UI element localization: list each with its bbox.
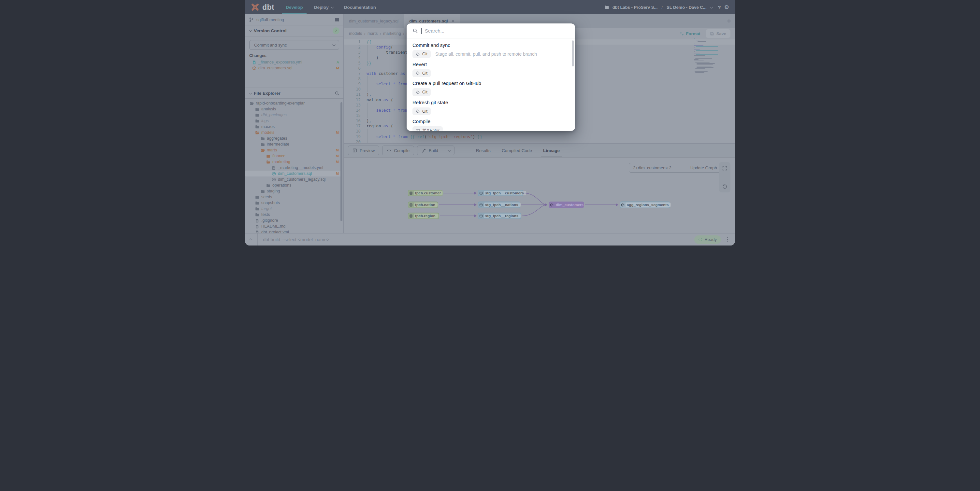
- command-item-refresh-git-state[interactable]: Refresh git stateGit: [412, 100, 569, 115]
- dbt-logo-icon: [250, 2, 260, 12]
- lineage-node-tpch.region[interactable]: tpch.region: [408, 213, 439, 219]
- command-item-compile[interactable]: Compile⌘⇧Enter: [412, 119, 569, 130]
- editor-tab-dim_customers_legacy.sql[interactable]: dim_customers_legacy.sql: [344, 14, 404, 28]
- tree-item-finance[interactable]: financeM: [245, 153, 341, 159]
- tree-item-marketing[interactable]: marketingM: [245, 159, 341, 165]
- lineage-filter-input[interactable]: [629, 163, 683, 173]
- split-divider: [443, 146, 443, 155]
- lineage-node-stg_tpch__nations[interactable]: stg_tpch__nations: [478, 202, 520, 208]
- nav-develop[interactable]: Develop: [280, 0, 309, 14]
- file-explorer-title: File Explorer: [254, 91, 332, 96]
- format-button[interactable]: Format: [679, 31, 700, 36]
- help-icon[interactable]: ?: [718, 5, 721, 10]
- build-options-chevron[interactable]: [445, 149, 450, 152]
- save-button[interactable]: Save: [706, 29, 730, 38]
- tree-item-aggregates[interactable]: aggregates: [245, 135, 341, 141]
- topbar-right: dbt Labs - ProServ S... / SL Demo - Dave…: [605, 5, 735, 10]
- reset-view-icon[interactable]: [722, 184, 727, 189]
- nav-deploy[interactable]: Deploy: [309, 0, 339, 14]
- tree-item-target[interactable]: target: [245, 206, 341, 211]
- minimap-line: [695, 72, 705, 73]
- settings-gear-icon[interactable]: ⚙: [724, 5, 729, 10]
- folder-open-icon: [266, 160, 270, 164]
- tree-item-snapshots[interactable]: snapshots: [245, 200, 341, 206]
- command-title: Commit and sync: [412, 42, 569, 48]
- tab-compiled-code[interactable]: Compiled Code: [502, 144, 532, 157]
- tab-results[interactable]: Results: [476, 144, 491, 157]
- tree-item-README.md[interactable]: README.md: [245, 223, 341, 229]
- file-explorer-header[interactable]: File Explorer: [245, 87, 344, 99]
- lineage-node-stg_tpch__customers[interactable]: stg_tpch__customers: [478, 190, 523, 196]
- format-label: Format: [686, 31, 700, 36]
- command-title: Refresh git state: [412, 100, 569, 105]
- code-line-19[interactable]: 19 select * from {{ ref('stg_tpch__regio…: [344, 134, 735, 139]
- minimap-line: [694, 48, 695, 48]
- file-search-icon[interactable]: [335, 91, 339, 96]
- tree-item-staging[interactable]: staging: [245, 188, 341, 194]
- project-chevron-down-icon[interactable]: [710, 5, 713, 8]
- fullscreen-expand-icon[interactable]: [722, 165, 727, 171]
- line-number: 9: [344, 81, 361, 87]
- editor-minimap[interactable]: [694, 38, 719, 73]
- line-number: 12: [344, 97, 361, 103]
- modal-scrollbar[interactable]: [572, 40, 574, 67]
- change-item[interactable]: dim_customers.sqlM: [245, 65, 344, 71]
- folder-icon: [255, 125, 259, 129]
- command-search-input[interactable]: [425, 28, 569, 33]
- preview-button[interactable]: Preview: [348, 146, 379, 155]
- minimap-line: [694, 51, 695, 52]
- tab-lineage[interactable]: Lineage: [543, 144, 560, 157]
- tree-item-rapid-onboarding-exemplar[interactable]: rapid-onboarding-exemplar: [245, 100, 341, 106]
- lineage-canvas[interactable]: tpch.customertpch.nationtpch.regionstg_t…: [344, 157, 735, 233]
- collapse-chevron-up-icon[interactable]: [245, 238, 258, 241]
- sidebar-scrollbar[interactable]: [340, 102, 342, 221]
- command-item-revert[interactable]: RevertGit: [412, 62, 569, 77]
- tree-item-macros[interactable]: macros: [245, 124, 341, 130]
- code-line-20[interactable]: 20: [344, 139, 735, 143]
- minimap-line: [695, 62, 710, 62]
- account-name[interactable]: dbt Labs - ProServ S...: [612, 5, 658, 10]
- version-control-chevron-icon: [249, 29, 252, 32]
- dbt-logo[interactable]: dbt: [245, 2, 280, 12]
- update-graph-button[interactable]: Update Graph: [683, 163, 725, 173]
- nav-documentation[interactable]: Documentation: [339, 0, 382, 14]
- tree-item-analysis[interactable]: analysis: [245, 106, 341, 112]
- commit-and-sync-button[interactable]: Commit and sync: [249, 40, 339, 50]
- version-control-header[interactable]: Version Control 2: [245, 25, 344, 37]
- tree-item-marts[interactable]: martsM: [245, 147, 341, 153]
- minimap-line: [696, 46, 718, 47]
- tree-item-_marketing__models.yml[interactable]: _marketing__models.yml: [245, 165, 341, 171]
- lineage-node-agg_regions_segments[interactable]: agg_regions_segments: [620, 202, 670, 208]
- project-name[interactable]: SL Demo - Dave C...: [667, 5, 706, 10]
- new-tab-plus-icon[interactable]: [726, 18, 732, 24]
- lineage-node-tpch.customer[interactable]: tpch.customer: [408, 190, 443, 196]
- lineage-node-stg_tpch__regions[interactable]: stg_tpch__regions: [478, 213, 521, 219]
- tree-item-tests[interactable]: tests: [245, 211, 341, 218]
- cube-icon: [478, 202, 484, 208]
- tree-item-dim_customers.sql[interactable]: dim_customers.sqlM: [245, 171, 341, 176]
- folder-icon: [255, 195, 259, 199]
- lineage-node-tpch.nation[interactable]: tpch.nation: [408, 202, 438, 208]
- dbt-command-input[interactable]: [258, 234, 694, 246]
- tree-item-operations[interactable]: operations: [245, 182, 341, 188]
- split-view-icon[interactable]: [335, 17, 339, 22]
- tree-item-logs[interactable]: logs: [245, 118, 341, 124]
- git-branch-row[interactable]: sqlfluff-meeting: [245, 14, 344, 25]
- build-button[interactable]: Build: [417, 146, 455, 155]
- tree-item-dbt_packages[interactable]: dbt_packages: [245, 112, 341, 118]
- change-item[interactable]: _finance_exposures.ymlA: [245, 59, 344, 65]
- tree-item-seeds[interactable]: seeds: [245, 194, 341, 200]
- compile-button[interactable]: Compile: [382, 146, 414, 155]
- kebab-menu-icon[interactable]: [725, 237, 730, 242]
- tree-item-intermediate[interactable]: intermediate: [245, 141, 341, 147]
- tree-item-models[interactable]: modelsM: [245, 130, 341, 135]
- command-item-create-a-pull-request-on-github[interactable]: Create a pull request on GitHubGit: [412, 80, 569, 96]
- commit-options-chevron[interactable]: [328, 40, 339, 49]
- command-list: Commit and syncGitStage all, commit, pul…: [407, 38, 575, 130]
- tree-item-dbt_project.yml[interactable]: dbt_project.yml: [245, 229, 341, 233]
- tree-item-dim_customers_legacy.sql[interactable]: dim_customers_legacy.sql: [245, 176, 341, 182]
- line-number: 1: [344, 40, 361, 44]
- tree-item-.gitignore[interactable]: .gitignore: [245, 218, 341, 223]
- command-item-commit-and-sync[interactable]: Commit and syncGitStage all, commit, pul…: [412, 42, 569, 58]
- lineage-node-dim_customers[interactable]: dim_customers: [549, 202, 584, 208]
